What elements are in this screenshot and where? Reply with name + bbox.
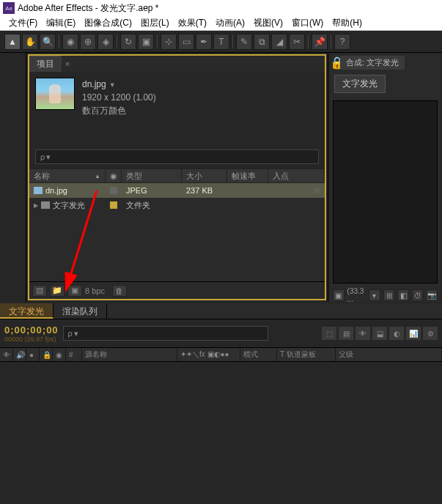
label-swatch[interactable] <box>110 201 117 209</box>
folder-icon <box>41 201 50 209</box>
window-title: Adobe After Effects - 发光文字.aep * <box>18 2 159 15</box>
audio-switch-icon[interactable]: 🔊 <box>13 348 26 361</box>
panel-close-icon[interactable]: × <box>62 56 73 72</box>
draft3d-icon[interactable]: ▤ <box>339 327 353 340</box>
motion-blur-icon[interactable]: ◐ <box>389 327 404 340</box>
switches-col[interactable]: ✦✦＼fx ▣◐●● <box>177 348 240 361</box>
current-timecode[interactable]: 0;00;00;00 <box>4 325 59 336</box>
delete-button[interactable]: 🗑 <box>112 285 127 297</box>
pen-tool-icon[interactable]: ✒ <box>196 34 212 50</box>
project-search-input[interactable]: ρ▾ <box>35 149 319 164</box>
region-button[interactable]: ▣ <box>333 289 345 301</box>
rect-tool-icon[interactable]: ▭ <box>178 34 194 50</box>
asset-colordepth: 数百万颜色 <box>82 104 156 117</box>
zoom-level[interactable]: (33.3 ... <box>347 287 367 302</box>
video-switch-icon[interactable]: 👁 <box>0 348 13 361</box>
menu-layer[interactable]: 图层(L) <box>136 17 174 29</box>
shy-icon[interactable]: 👁 <box>356 327 370 340</box>
index-col[interactable]: # <box>66 348 82 361</box>
parent-col[interactable]: 父级 <box>336 348 442 361</box>
mode-col[interactable]: 模式 <box>240 348 277 361</box>
timeline-layers-area[interactable] <box>0 362 442 504</box>
menu-window[interactable]: 窗口(W) <box>287 17 328 29</box>
col-label[interactable]: ◉ <box>106 169 122 182</box>
app-icon: Ae <box>3 2 15 14</box>
menu-effect[interactable]: 效果(T) <box>174 17 211 29</box>
col-size[interactable]: 大小 <box>182 169 227 182</box>
label-col[interactable]: ◉ <box>53 348 66 361</box>
col-name[interactable]: 名称▲ <box>29 169 106 182</box>
mask-button[interactable]: ◧ <box>397 289 409 301</box>
render-queue-tab[interactable]: 渲染队列 <box>54 303 107 319</box>
anchor-tool-icon[interactable]: ⊹ <box>161 34 177 50</box>
project-item[interactable]: dn.jpg JPEG 237 KB ▤ <box>29 183 325 198</box>
label-swatch[interactable] <box>110 187 117 194</box>
clone-tool-icon[interactable]: ⧉ <box>254 34 270 50</box>
asset-dropdown-icon[interactable]: ▼ <box>109 81 116 89</box>
frame-info: 00000 (29.97 fps) <box>4 336 59 343</box>
comp-viewer[interactable] <box>333 100 438 284</box>
menu-file[interactable]: 文件(F) <box>4 17 42 29</box>
col-type[interactable]: 类型 <box>122 169 182 182</box>
toolbar: ▲ ✋ 🔍 ◉ ⊕ ◈ ↻ ▣ ⊹ ▭ ✒ T ✎ ⧉ ◢ ✂ 📌 ? <box>0 31 442 53</box>
frame-blend-icon[interactable]: ⬓ <box>372 327 387 340</box>
project-panel: 项目 × dn.jpg▼ 1920 x 1200 (1.00) 数百万颜色 ρ▾… <box>28 54 326 300</box>
menubar: 文件(F) 编辑(E) 图像合成(C) 图层(L) 效果(T) 动画(A) 视图… <box>0 16 442 31</box>
eraser-tool-icon[interactable]: ◢ <box>271 34 287 50</box>
menu-help[interactable]: 帮助(H) <box>328 17 367 29</box>
row-menu-icon[interactable]: ▤ <box>314 187 320 194</box>
menu-animation[interactable]: 动画(A) <box>211 17 249 29</box>
help-icon[interactable]: ? <box>334 34 350 50</box>
snapshot-button[interactable]: 📷 <box>426 289 438 301</box>
project-tab[interactable]: 项目 <box>29 56 62 72</box>
roto-tool-icon[interactable]: ✂ <box>289 34 305 50</box>
timeline-tab[interactable]: 文字发光 <box>0 303 54 319</box>
track-matte-col[interactable]: T 轨道蒙板 <box>277 348 336 361</box>
asset-name: dn.jpg <box>82 79 106 89</box>
text-tool-icon[interactable]: T <box>213 34 229 50</box>
puppet-tool-icon[interactable]: 📌 <box>312 34 328 50</box>
orbit-tool-icon[interactable]: ◉ <box>62 34 78 50</box>
new-comp-button[interactable]: ▣ <box>67 285 82 297</box>
menu-view[interactable]: 视图(V) <box>249 17 287 29</box>
pan-tool-icon[interactable]: ⊕ <box>80 34 96 50</box>
comp-mini-flow-icon[interactable]: ⬚ <box>322 327 336 340</box>
project-item[interactable]: ▶文字发光 文件夹 <box>29 198 325 212</box>
composition-tab[interactable]: 合成: 文字发光 <box>340 56 405 70</box>
grid-button[interactable]: ⊞ <box>383 289 395 301</box>
solo-switch-icon[interactable]: ● <box>26 348 40 361</box>
asset-thumbnail <box>35 78 75 110</box>
menu-composition[interactable]: 图像合成(C) <box>80 17 136 29</box>
zoom-tool-icon[interactable]: 🔍 <box>40 34 56 50</box>
new-folder-button[interactable]: 📁 <box>50 285 65 297</box>
res-button[interactable]: ▾ <box>369 289 380 301</box>
image-file-icon <box>34 187 43 194</box>
source-name-col[interactable]: 源名称 <box>82 348 177 361</box>
rotate-tool-icon[interactable]: ↻ <box>120 34 136 50</box>
menu-edit[interactable]: 编辑(E) <box>42 17 80 29</box>
time-button[interactable]: ⏱ <box>412 289 424 301</box>
timeline-search-input[interactable]: ρ▾ <box>63 326 268 341</box>
asset-dimensions: 1920 x 1200 (1.00) <box>82 91 156 104</box>
track-tool-icon[interactable]: ◈ <box>97 34 114 50</box>
brush-tool-icon[interactable]: ✎ <box>236 34 252 50</box>
selection-tool-icon[interactable]: ▲ <box>4 34 21 50</box>
interpret-footage-button[interactable]: ▧ <box>32 285 47 297</box>
comp-flowchart-button[interactable]: 文字发光 <box>334 75 386 93</box>
bit-depth[interactable]: 8 bpc <box>85 286 105 295</box>
camera-tool-icon[interactable]: ▣ <box>138 34 154 50</box>
hand-tool-icon[interactable]: ✋ <box>22 34 38 50</box>
col-inpoint[interactable]: 入点 <box>268 169 325 182</box>
lock-icon[interactable]: 🔒 <box>330 56 340 70</box>
graph-icon[interactable]: 📊 <box>406 327 421 340</box>
lock-switch-icon[interactable]: 🔒 <box>40 348 53 361</box>
brainstorm-icon[interactable]: ⚙ <box>423 327 438 340</box>
col-framerate[interactable]: 帧速率 <box>227 169 268 182</box>
